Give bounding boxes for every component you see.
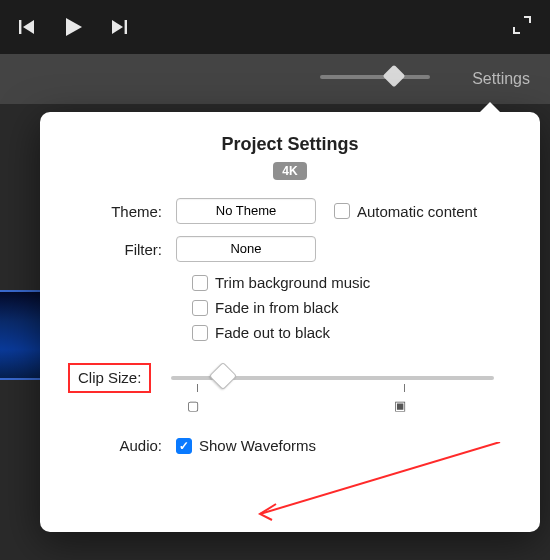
svg-marker-1 [23, 20, 34, 34]
thumbnail-large-icon: ▣ [394, 398, 406, 413]
zoom-slider-thumb[interactable] [383, 65, 406, 88]
skip-back-icon[interactable] [18, 18, 36, 36]
settings-button[interactable]: Settings [452, 70, 550, 88]
audio-label: Audio: [66, 437, 176, 454]
play-icon[interactable] [62, 16, 84, 38]
svg-rect-0 [19, 20, 21, 34]
clip-size-slider-thumb[interactable] [209, 362, 237, 390]
clip-size-label: Clip Size: [78, 369, 141, 386]
annotation-arrow [250, 442, 510, 536]
skip-forward-icon[interactable] [110, 18, 128, 36]
fade-out-checkbox[interactable] [192, 325, 208, 341]
thumbnail-small-icon: ▢ [187, 398, 199, 413]
zoom-slider[interactable] [320, 75, 430, 79]
fade-in-label: Fade in from black [215, 299, 338, 316]
automatic-content-checkbox[interactable] [334, 203, 350, 219]
filter-dropdown[interactable]: None [176, 236, 316, 262]
fade-in-checkbox[interactable] [192, 300, 208, 316]
timeline-clip-thumbnail[interactable] [0, 290, 40, 380]
resolution-badge: 4K [273, 162, 307, 180]
fade-out-label: Fade out to black [215, 324, 330, 341]
svg-marker-2 [66, 18, 82, 36]
theme-dropdown[interactable]: No Theme [176, 198, 316, 224]
show-waveforms-checkbox[interactable] [176, 438, 192, 454]
theme-label: Theme: [66, 203, 176, 220]
trim-bg-music-label: Trim background music [215, 274, 370, 291]
automatic-content-label: Automatic content [357, 203, 477, 220]
popover-title: Project Settings [66, 134, 514, 155]
options-column: Trim background music Fade in from black… [192, 274, 514, 341]
playback-bar [0, 0, 550, 54]
clip-size-slider[interactable]: ▢ ▣ [171, 376, 494, 380]
svg-rect-4 [125, 20, 127, 34]
trim-bg-music-checkbox[interactable] [192, 275, 208, 291]
expand-icon[interactable] [512, 15, 532, 39]
project-settings-popover: Project Settings 4K Theme: No Theme Auto… [40, 112, 540, 532]
playback-controls [18, 16, 128, 38]
timeline-toolbar: Settings [0, 54, 550, 104]
filter-row: Filter: None [66, 236, 514, 262]
theme-row: Theme: No Theme Automatic content [66, 198, 514, 224]
audio-row: Audio: Show Waveforms [66, 437, 514, 454]
filter-label: Filter: [66, 241, 176, 258]
clip-size-highlight: Clip Size: [68, 363, 151, 393]
svg-marker-3 [112, 20, 123, 34]
show-waveforms-label: Show Waveforms [199, 437, 316, 454]
clip-size-row: Clip Size: ▢ ▣ [66, 363, 514, 393]
